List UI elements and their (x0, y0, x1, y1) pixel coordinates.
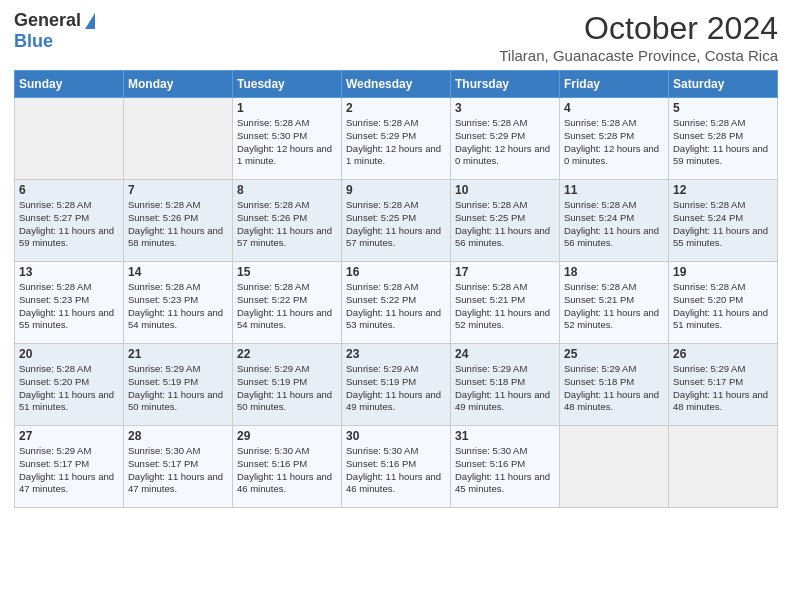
calendar-cell: 23Sunrise: 5:29 AMSunset: 5:19 PMDayligh… (342, 344, 451, 426)
day-number: 21 (128, 347, 228, 361)
day-info: Sunset: 5:16 PM (346, 458, 446, 471)
day-info: Daylight: 11 hours and 53 minutes. (346, 307, 446, 333)
day-number: 14 (128, 265, 228, 279)
calendar-week-row: 6Sunrise: 5:28 AMSunset: 5:27 PMDaylight… (15, 180, 778, 262)
day-info: Daylight: 11 hours and 55 minutes. (673, 225, 773, 251)
day-info: Sunset: 5:28 PM (673, 130, 773, 143)
day-number: 11 (564, 183, 664, 197)
day-info: Sunset: 5:19 PM (237, 376, 337, 389)
calendar-cell: 18Sunrise: 5:28 AMSunset: 5:21 PMDayligh… (560, 262, 669, 344)
day-info: Sunrise: 5:28 AM (673, 199, 773, 212)
day-info: Sunset: 5:19 PM (128, 376, 228, 389)
day-info: Daylight: 11 hours and 59 minutes. (673, 143, 773, 169)
col-sunday: Sunday (15, 71, 124, 98)
calendar-week-row: 13Sunrise: 5:28 AMSunset: 5:23 PMDayligh… (15, 262, 778, 344)
day-info: Daylight: 11 hours and 46 minutes. (237, 471, 337, 497)
calendar-header-row: Sunday Monday Tuesday Wednesday Thursday… (15, 71, 778, 98)
day-info: Sunrise: 5:29 AM (128, 363, 228, 376)
day-info: Daylight: 11 hours and 51 minutes. (673, 307, 773, 333)
calendar-cell: 9Sunrise: 5:28 AMSunset: 5:25 PMDaylight… (342, 180, 451, 262)
calendar-cell: 13Sunrise: 5:28 AMSunset: 5:23 PMDayligh… (15, 262, 124, 344)
calendar-cell (560, 426, 669, 508)
day-info: Sunrise: 5:29 AM (673, 363, 773, 376)
col-wednesday: Wednesday (342, 71, 451, 98)
day-info: Sunrise: 5:29 AM (346, 363, 446, 376)
day-info: Sunset: 5:27 PM (19, 212, 119, 225)
subtitle: Tilaran, Guanacaste Province, Costa Rica (499, 47, 778, 64)
calendar-cell: 16Sunrise: 5:28 AMSunset: 5:22 PMDayligh… (342, 262, 451, 344)
calendar-cell (124, 98, 233, 180)
day-info: Sunset: 5:16 PM (455, 458, 555, 471)
day-info: Sunset: 5:25 PM (346, 212, 446, 225)
day-info: Sunset: 5:26 PM (237, 212, 337, 225)
calendar-cell: 24Sunrise: 5:29 AMSunset: 5:18 PMDayligh… (451, 344, 560, 426)
logo-general: General (14, 10, 81, 31)
day-info: Daylight: 11 hours and 57 minutes. (346, 225, 446, 251)
day-info: Sunset: 5:26 PM (128, 212, 228, 225)
logo-blue: Blue (14, 31, 53, 52)
day-number: 15 (237, 265, 337, 279)
calendar-week-row: 1Sunrise: 5:28 AMSunset: 5:30 PMDaylight… (15, 98, 778, 180)
day-info: Daylight: 11 hours and 49 minutes. (455, 389, 555, 415)
calendar-cell: 15Sunrise: 5:28 AMSunset: 5:22 PMDayligh… (233, 262, 342, 344)
day-info: Sunset: 5:24 PM (673, 212, 773, 225)
day-number: 9 (346, 183, 446, 197)
calendar-cell: 17Sunrise: 5:28 AMSunset: 5:21 PMDayligh… (451, 262, 560, 344)
day-info: Sunrise: 5:28 AM (564, 199, 664, 212)
day-number: 16 (346, 265, 446, 279)
day-info: Daylight: 11 hours and 47 minutes. (19, 471, 119, 497)
day-number: 4 (564, 101, 664, 115)
day-info: Sunrise: 5:29 AM (455, 363, 555, 376)
calendar-cell: 4Sunrise: 5:28 AMSunset: 5:28 PMDaylight… (560, 98, 669, 180)
day-number: 5 (673, 101, 773, 115)
day-info: Sunrise: 5:28 AM (455, 281, 555, 294)
day-info: Daylight: 11 hours and 54 minutes. (128, 307, 228, 333)
day-info: Sunset: 5:18 PM (455, 376, 555, 389)
calendar-cell: 12Sunrise: 5:28 AMSunset: 5:24 PMDayligh… (669, 180, 778, 262)
day-number: 2 (346, 101, 446, 115)
day-number: 22 (237, 347, 337, 361)
day-info: Daylight: 11 hours and 52 minutes. (455, 307, 555, 333)
day-info: Sunrise: 5:29 AM (237, 363, 337, 376)
col-saturday: Saturday (669, 71, 778, 98)
day-info: Sunrise: 5:28 AM (455, 199, 555, 212)
calendar-cell: 26Sunrise: 5:29 AMSunset: 5:17 PMDayligh… (669, 344, 778, 426)
day-number: 7 (128, 183, 228, 197)
col-thursday: Thursday (451, 71, 560, 98)
day-info: Sunrise: 5:28 AM (346, 199, 446, 212)
day-info: Sunrise: 5:30 AM (455, 445, 555, 458)
day-info: Sunrise: 5:29 AM (19, 445, 119, 458)
day-info: Sunrise: 5:28 AM (237, 199, 337, 212)
calendar-cell: 30Sunrise: 5:30 AMSunset: 5:16 PMDayligh… (342, 426, 451, 508)
day-info: Sunset: 5:25 PM (455, 212, 555, 225)
calendar-week-row: 20Sunrise: 5:28 AMSunset: 5:20 PMDayligh… (15, 344, 778, 426)
day-info: Daylight: 11 hours and 55 minutes. (19, 307, 119, 333)
day-info: Sunrise: 5:28 AM (19, 281, 119, 294)
day-info: Sunrise: 5:28 AM (455, 117, 555, 130)
calendar-cell: 20Sunrise: 5:28 AMSunset: 5:20 PMDayligh… (15, 344, 124, 426)
day-info: Sunset: 5:21 PM (455, 294, 555, 307)
calendar-cell: 2Sunrise: 5:28 AMSunset: 5:29 PMDaylight… (342, 98, 451, 180)
calendar-cell: 8Sunrise: 5:28 AMSunset: 5:26 PMDaylight… (233, 180, 342, 262)
col-tuesday: Tuesday (233, 71, 342, 98)
day-info: Sunrise: 5:28 AM (346, 281, 446, 294)
day-info: Sunset: 5:23 PM (128, 294, 228, 307)
day-info: Daylight: 11 hours and 58 minutes. (128, 225, 228, 251)
day-info: Sunset: 5:30 PM (237, 130, 337, 143)
day-info: Sunrise: 5:28 AM (237, 281, 337, 294)
day-number: 3 (455, 101, 555, 115)
header: General Blue October 2024 Tilaran, Guana… (14, 10, 778, 64)
calendar-cell: 19Sunrise: 5:28 AMSunset: 5:20 PMDayligh… (669, 262, 778, 344)
day-info: Sunset: 5:22 PM (346, 294, 446, 307)
day-info: Sunrise: 5:28 AM (564, 117, 664, 130)
day-number: 8 (237, 183, 337, 197)
calendar-cell: 28Sunrise: 5:30 AMSunset: 5:17 PMDayligh… (124, 426, 233, 508)
calendar-cell: 5Sunrise: 5:28 AMSunset: 5:28 PMDaylight… (669, 98, 778, 180)
day-info: Daylight: 12 hours and 0 minutes. (455, 143, 555, 169)
day-info: Daylight: 11 hours and 50 minutes. (237, 389, 337, 415)
calendar-cell: 1Sunrise: 5:28 AMSunset: 5:30 PMDaylight… (233, 98, 342, 180)
day-info: Daylight: 11 hours and 57 minutes. (237, 225, 337, 251)
calendar-cell: 10Sunrise: 5:28 AMSunset: 5:25 PMDayligh… (451, 180, 560, 262)
day-info: Daylight: 11 hours and 47 minutes. (128, 471, 228, 497)
day-info: Sunset: 5:19 PM (346, 376, 446, 389)
